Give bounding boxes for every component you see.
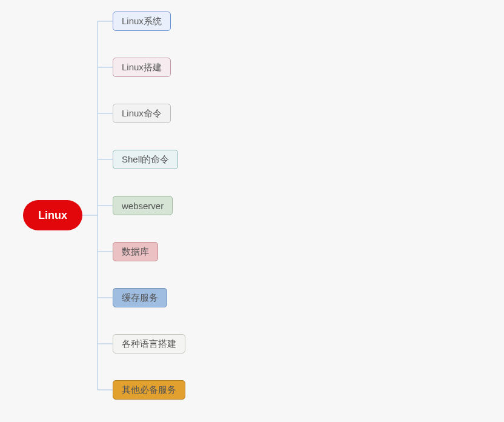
child-node-7[interactable]: 各种语言搭建 [113,334,185,353]
child-node-2[interactable]: Linux命令 [113,104,171,123]
child-node-4[interactable]: webserver [113,196,173,215]
child-node-label: Shell的命令 [122,154,169,166]
child-node-6[interactable]: 缓存服务 [113,288,167,307]
root-node-label: Linux [38,209,67,222]
child-node-label: webserver [122,201,164,211]
child-node-label: Linux搭建 [122,62,162,73]
child-node-label: 各种语言搭建 [122,338,176,350]
child-node-label: 数据库 [122,246,149,258]
child-node-8[interactable]: 其他必备服务 [113,380,185,400]
child-node-label: 缓存服务 [122,292,158,304]
child-node-label: Linux命令 [122,108,162,119]
child-node-5[interactable]: 数据库 [113,242,158,261]
child-node-1[interactable]: Linux搭建 [113,58,171,77]
mindmap-canvas: Linux Linux系统Linux搭建Linux命令Shell的命令webse… [0,0,504,422]
root-node-linux[interactable]: Linux [23,200,82,230]
child-node-label: Linux系统 [122,16,162,27]
child-node-label: 其他必备服务 [122,384,176,396]
child-node-3[interactable]: Shell的命令 [113,150,178,169]
child-node-0[interactable]: Linux系统 [113,12,171,31]
